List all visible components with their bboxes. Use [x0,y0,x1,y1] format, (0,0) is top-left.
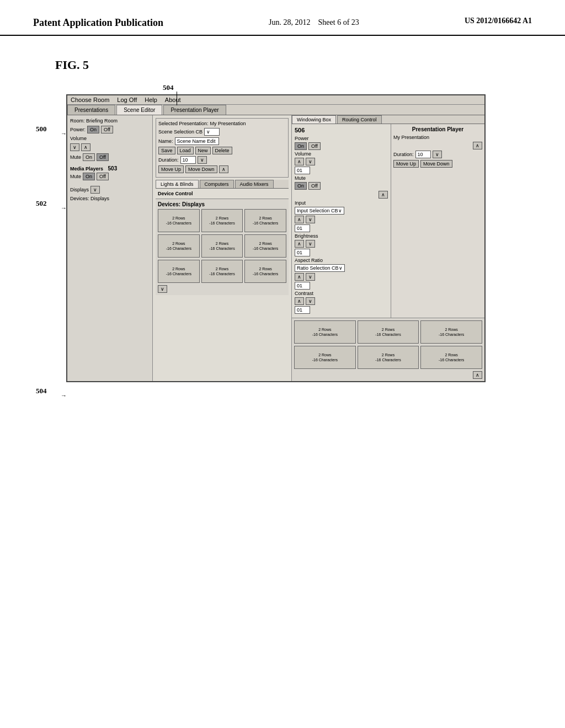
tab-computers[interactable]: Computers [200,180,234,188]
device-cell-3-2: 2 Rows-16 Characters [201,260,243,283]
tab-audio-mixers[interactable]: Audio Mixers [235,180,274,188]
pp-my-pres: My Presentation [393,135,429,140]
device-cell-2-3: 2 Rows-16 Characters [244,234,286,258]
move-up-btn[interactable]: Move Up [158,165,184,173]
callout-503: 503 [108,165,118,172]
patent-number: US 2012/0166642 A1 [465,17,532,25]
dc-vol-down[interactable]: ∧ [295,158,304,165]
menu-bar: Choose Room Log Off Help About [67,95,484,105]
dc-contrast-down[interactable]: ∨ [306,297,315,305]
new-btn[interactable]: New [195,147,211,154]
menu-about[interactable]: About [165,97,181,103]
mp-mute-off[interactable]: Off [97,173,109,180]
duration-row: Duration: 10 ∨ [158,156,286,164]
left-arrow-btn[interactable]: ∨ [198,156,207,164]
device-controls-area: 506 Power On Off [292,124,391,318]
dc-power-btns: On Off [295,142,388,150]
up-arrow-btn[interactable]: ∧ [219,165,228,173]
menu-choose-room[interactable]: Choose Room [71,97,109,103]
device-grid-row1: 2 Rows-16 Characters 2 Rows-16 Character… [158,209,286,232]
r-cell-1-1: 2 Rows-16 Characters [294,320,356,344]
pp-move-up[interactable]: Move Up [393,160,419,168]
dc-input-up[interactable]: ∧ [295,216,304,223]
dc-input-down[interactable]: ∨ [306,216,315,223]
pp-move-down[interactable]: Move Down [420,160,452,168]
dc-bright-down[interactable]: ∨ [306,240,315,248]
dc-contrast-row: Contrast [295,291,388,296]
r-cell-1-3: 2 Rows-16 Characters [420,320,482,344]
publication-title: Patent Application Publication [33,17,163,29]
devices-row: Devices: Displays [70,196,150,201]
right-bottom-section: 2 Rows-16 Characters 2 Rows-16 Character… [292,318,484,381]
move-down-btn[interactable]: Move Down [185,165,217,173]
dc-vol-input[interactable]: 01 [295,167,310,174]
pp-up-arrow[interactable]: ∧ [473,142,482,149]
duration-input[interactable]: 10 [180,156,196,164]
sheet-info: Sheet 6 of 23 [318,18,359,26]
dc-aspect-down[interactable]: ∨ [306,273,315,281]
top-up-area: ∧ [295,191,388,199]
dc-input-val[interactable]: 01 [295,224,310,232]
pub-date: Jun. 28, 2012 [269,18,310,26]
dc-aspect-val[interactable]: 01 [295,282,310,290]
dc-contrast-up[interactable]: ∧ [295,297,304,305]
dc-mute-off[interactable]: Off [308,182,321,190]
delete-btn[interactable]: Delete [212,147,232,154]
save-btn[interactable]: Save [158,147,175,154]
grid-down-btn[interactable]: ∨ [158,285,167,293]
power-on-btn[interactable]: On [87,126,99,133]
device-grid-row2: 2 Rows-16 Characters 2 Rows-16 Character… [158,234,286,258]
mute-off-btn[interactable]: Off [97,153,109,161]
dc-bright-val[interactable]: 01 [295,249,310,256]
pp-title: Presentation Player [393,126,482,132]
pp-duration-input[interactable]: 10 [415,151,431,158]
dc-input-num-row: 01 [295,224,388,232]
device-cell-3-1: 2 Rows-16 Characters [158,260,200,283]
scene-name-input[interactable]: Scene Name Edit [175,137,219,145]
scene-selection-dropdown[interactable]: ∨ [204,128,220,136]
dc-power-on[interactable]: On [295,142,307,150]
mp-mute-on[interactable]: On [83,173,95,180]
rtab-routing[interactable]: Routing Control [337,115,382,124]
r-up-btn[interactable]: ∧ [473,371,482,379]
dc-mute-on[interactable]: On [295,182,307,190]
tab-scene-editor[interactable]: Scene Editor [116,105,162,115]
dc-aspect-dropdown[interactable]: Ratio Selection CB ∨ [295,264,345,272]
scene-section: Selected Presentation: My Presentation S… [156,118,289,178]
pp-down-arrow[interactable]: ∨ [433,151,442,158]
sidebar: Room: Briefing Room Power: On Off Volume… [67,115,153,381]
tab-presentations[interactable]: Presentations [67,105,115,115]
dc-input-dropdown[interactable]: Input Selection CB ∨ [295,207,344,215]
r-up-scroll: ∧ [294,371,482,379]
vol-up-btn[interactable]: ∧ [81,143,90,151]
right-device-grid-2: 2 Rows-16 Characters 2 Rows-16 Character… [294,346,482,369]
rtab-windowing[interactable]: Windowing Box [292,115,336,124]
device-cell-2-1: 2 Rows-16 Characters [158,234,200,258]
dc-mute-row: Mute [295,175,388,181]
vol-down-btn[interactable]: ∨ [70,143,79,151]
menu-help[interactable]: Help [145,97,157,103]
displays-down-btn[interactable]: ∨ [90,186,100,194]
dc-aspect-sel: Ratio Selection CB ∨ [295,264,388,272]
pp-up-area: ∧ [393,142,482,149]
media-players-label: Media Players 503 [70,165,150,172]
grid-scroll-area: ∨ [158,285,286,293]
tab-presentation-player[interactable]: Presentation Player [163,105,226,115]
top-up-btn[interactable]: ∧ [379,191,388,199]
arrow-504-bot: → [61,392,67,399]
power-off-btn[interactable]: Off [101,126,113,133]
tab-lights-blinds[interactable]: Lights & Blinds [156,180,199,188]
diagram-wrapper: 500 → 502 → 504 504 → Choose Room Log Of… [66,94,486,382]
menu-log-off[interactable]: Log Off [117,97,137,103]
dc-aspect-up[interactable]: ∧ [295,273,304,281]
pp-duration-label: Duration: [393,152,414,157]
move-btns-row: Move Up Move Down ∧ [158,165,286,173]
dc-bright-up[interactable]: ∧ [295,240,304,248]
load-btn[interactable]: Load [177,147,194,154]
dc-vol-up[interactable]: ∨ [306,158,315,165]
dc-contrast-val[interactable]: 01 [295,306,310,314]
bottom-section: Devices: Displays 2 Rows-16 Characters 2… [156,199,289,295]
dc-power-off[interactable]: Off [308,142,321,150]
mute-on-btn[interactable]: On [83,153,95,161]
my-presentation: My Presentation [210,121,246,126]
